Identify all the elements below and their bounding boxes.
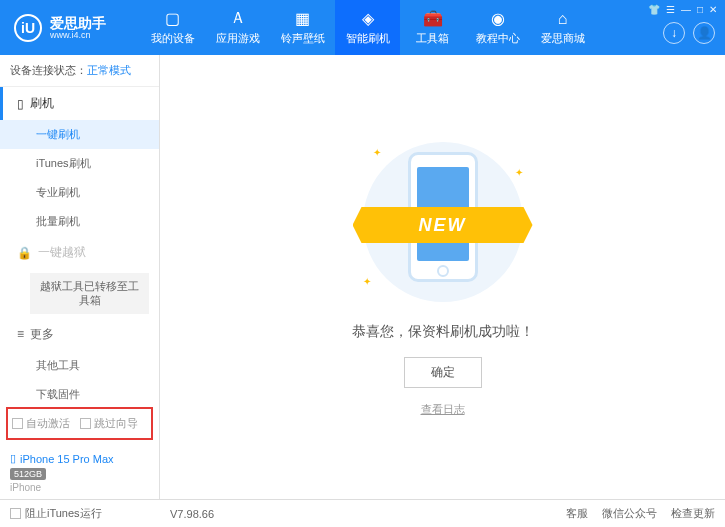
nav-apps-games[interactable]: Ａ应用游戏: [205, 0, 270, 55]
sidebar-item-pro-flash[interactable]: 专业刷机: [0, 178, 159, 207]
connection-status: 设备连接状态：正常模式: [0, 55, 159, 87]
close-button[interactable]: ✕: [709, 4, 717, 15]
sidebar-item-oneclick-flash[interactable]: 一键刷机: [0, 120, 159, 149]
phone-icon: ▢: [164, 10, 182, 28]
user-button[interactable]: 👤: [693, 22, 715, 44]
new-ribbon: NEW: [353, 207, 533, 243]
nav-tutorials[interactable]: ◉教程中心: [465, 0, 530, 55]
device-type: iPhone: [10, 482, 149, 493]
minimize-button[interactable]: —: [681, 4, 691, 15]
sidebar-item-batch-flash[interactable]: 批量刷机: [0, 207, 159, 236]
version-label: V7.98.66: [170, 508, 214, 520]
options-highlighted-box: 自动激活 跳过向导: [6, 407, 153, 440]
store-icon: ⌂: [554, 10, 572, 28]
checkbox-auto-activate[interactable]: 自动激活: [12, 416, 70, 431]
success-message: 恭喜您，保资料刷机成功啦！: [352, 323, 534, 341]
view-log-link[interactable]: 查看日志: [421, 402, 465, 417]
nav-toolbox[interactable]: 🧰工具箱: [400, 0, 465, 55]
checkbox-skip-guide[interactable]: 跳过向导: [80, 416, 138, 431]
menu-button[interactable]: ☰: [666, 4, 675, 15]
storage-badge: 512GB: [10, 468, 46, 480]
lock-icon: 🔒: [17, 246, 32, 260]
wallpaper-icon: ▦: [294, 10, 312, 28]
sidebar-item-other-tools[interactable]: 其他工具: [0, 351, 159, 380]
nav-ringtones[interactable]: ▦铃声壁纸: [270, 0, 335, 55]
top-nav: ▢我的设备 Ａ应用游戏 ▦铃声壁纸 ◈智能刷机 🧰工具箱 ◉教程中心 ⌂爱思商城: [140, 0, 595, 55]
maximize-button[interactable]: □: [697, 4, 703, 15]
jailbreak-moved-note: 越狱工具已转移至工具箱: [30, 273, 149, 314]
toolbox-icon: 🧰: [424, 10, 442, 28]
sidebar-item-itunes-flash[interactable]: iTunes刷机: [0, 149, 159, 178]
app-header: iU 爱思助手 www.i4.cn ▢我的设备 Ａ应用游戏 ▦铃声壁纸 ◈智能刷…: [0, 0, 725, 55]
flash-icon: ◈: [359, 10, 377, 28]
ok-button[interactable]: 确定: [404, 357, 482, 388]
app-subtitle: www.i4.cn: [50, 30, 106, 40]
footer-check-update[interactable]: 检查更新: [671, 506, 715, 521]
phone-small-icon: ▯: [10, 452, 16, 465]
download-button[interactable]: ↓: [663, 22, 685, 44]
group-flash[interactable]: ▯刷机: [0, 87, 159, 120]
skin-button[interactable]: 👕: [648, 4, 660, 15]
more-icon: ≡: [17, 327, 24, 341]
tutorial-icon: ◉: [489, 10, 507, 28]
main-content: NEW ✦ ✦ ✦ 恭喜您，保资料刷机成功啦！ 确定 查看日志: [160, 55, 725, 499]
nav-smart-flash[interactable]: ◈智能刷机: [335, 0, 400, 55]
app-title: 爱思助手: [50, 16, 106, 30]
footer-wechat[interactable]: 微信公众号: [602, 506, 657, 521]
logo: iU 爱思助手 www.i4.cn: [0, 14, 120, 42]
apps-icon: Ａ: [229, 10, 247, 28]
checkbox-block-itunes[interactable]: 阻止iTunes运行: [10, 506, 102, 521]
group-jailbreak: 🔒一键越狱: [0, 236, 159, 269]
window-controls: 👕 ☰ — □ ✕: [648, 4, 717, 15]
success-illustration: NEW ✦ ✦ ✦: [343, 137, 543, 307]
sidebar: 设备连接状态：正常模式 ▯刷机 一键刷机 iTunes刷机 专业刷机 批量刷机 …: [0, 55, 160, 499]
footer-support[interactable]: 客服: [566, 506, 588, 521]
device-name[interactable]: ▯iPhone 15 Pro Max: [10, 452, 149, 465]
sidebar-item-download-firmware[interactable]: 下载固件: [0, 380, 159, 401]
nav-my-device[interactable]: ▢我的设备: [140, 0, 205, 55]
group-more[interactable]: ≡更多: [0, 318, 159, 351]
device-icon: ▯: [17, 97, 24, 111]
footer: 阻止iTunes运行 V7.98.66 客服 微信公众号 检查更新: [0, 499, 725, 527]
nav-store[interactable]: ⌂爱思商城: [530, 0, 595, 55]
logo-icon: iU: [14, 14, 42, 42]
device-info: ▯iPhone 15 Pro Max 512GB iPhone: [0, 446, 159, 499]
